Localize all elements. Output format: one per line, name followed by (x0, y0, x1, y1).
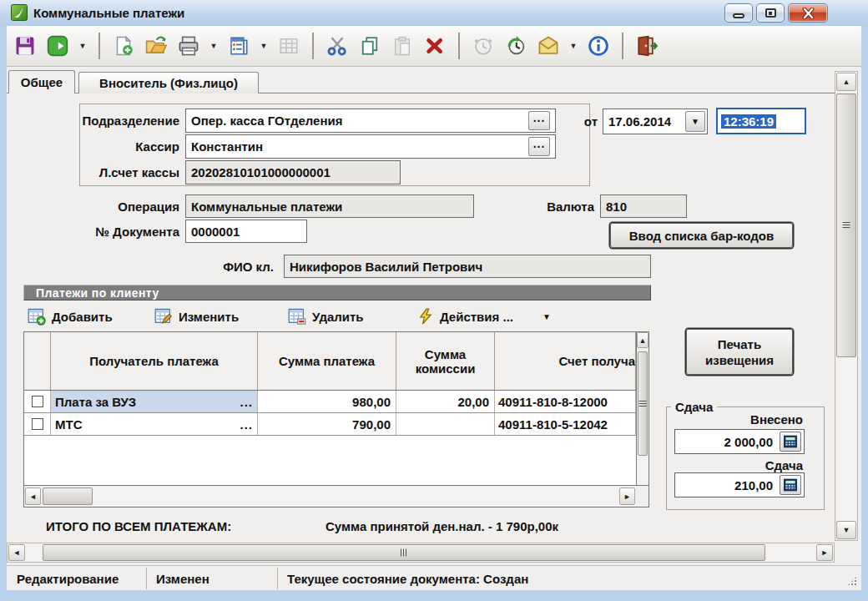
amount-cell[interactable]: 980,00 (258, 391, 396, 412)
history-button[interactable] (502, 33, 529, 59)
status-bar: Редактирование Изменен Текущее состояние… (7, 565, 861, 590)
tab-depositor[interactable]: Вноситель (Физ.лицо) (78, 72, 259, 93)
table-scroll-right-button[interactable]: ► (619, 487, 635, 505)
print-dropdown-button[interactable]: ▼ (208, 33, 220, 59)
post-dropdown-button[interactable]: ▼ (77, 33, 88, 59)
form-scroll-down-button[interactable]: ▼ (836, 521, 856, 539)
deposited-label: Внесено (701, 411, 803, 427)
table-vertical-scrollbar[interactable]: ▲ (636, 332, 648, 485)
form-dropdown-button[interactable]: ▼ (258, 33, 270, 59)
change-calculator-button[interactable] (780, 475, 801, 495)
minimize-button[interactable] (724, 3, 753, 23)
date-combo[interactable]: 17.06.2014 ▼ (603, 109, 708, 134)
department-browse-button[interactable]: ... (528, 111, 550, 130)
cut-button[interactable] (324, 33, 351, 59)
actions-dropdown-icon[interactable]: ▼ (542, 312, 551, 321)
actions-menu-button[interactable]: Действия ... ▼ (417, 304, 551, 329)
date-dropdown-button[interactable]: ▼ (685, 111, 705, 132)
exit-door-icon (636, 35, 658, 57)
copy-button[interactable] (356, 33, 383, 59)
reminder-button (470, 33, 497, 59)
delete-x-icon (425, 36, 445, 56)
actions-menu-label: Действия ... (440, 310, 513, 324)
table-scrollbar-thumb[interactable] (638, 351, 648, 456)
copy-icon (360, 36, 380, 56)
maximize-icon (765, 8, 776, 18)
delete-row-label: Удалить (312, 310, 364, 324)
barcode-list-button[interactable]: Ввод списка бар-кодов (610, 223, 793, 248)
delete-button[interactable] (421, 33, 448, 59)
department-label: Подразделение (83, 109, 179, 133)
change-value: 210,00 (678, 478, 776, 492)
row-checkbox[interactable] (32, 418, 43, 430)
row-select-cell[interactable] (24, 391, 51, 412)
form-scroll-left-button[interactable]: ◄ (8, 544, 25, 561)
department-field[interactable]: Опер. касса ГОтделения ... (185, 109, 556, 133)
print-notice-button[interactable]: Печать извещения (686, 329, 793, 375)
form-vscrollbar-thumb[interactable] (836, 93, 856, 357)
exit-button[interactable] (633, 33, 660, 59)
cash-account-value: 20202810101000000001 (191, 165, 331, 179)
resize-grip[interactable] (847, 576, 857, 586)
account-cell[interactable]: 40911-810-8-12000 (495, 391, 636, 412)
add-row-button[interactable]: Добавить (28, 304, 113, 329)
account-cell[interactable]: 40911-810-5-12042 (495, 413, 636, 435)
row-select-cell[interactable] (24, 413, 51, 435)
date-label: от (576, 109, 598, 134)
commission-cell[interactable] (396, 413, 495, 435)
maximize-button[interactable] (756, 3, 785, 23)
close-button[interactable] (788, 3, 828, 23)
recipient-cell[interactable]: Плата за ВУЗ ... (51, 391, 258, 412)
send-mail-button[interactable] (535, 33, 562, 59)
client-name-field: Никифоров Василий Петрович (284, 255, 651, 278)
form-vertical-scrollbar[interactable]: ▲ ▼ (835, 71, 858, 541)
deposited-field[interactable]: 2 000,00 (674, 429, 805, 454)
save-button[interactable] (12, 33, 38, 59)
delete-row-button[interactable]: Удалить (288, 304, 364, 329)
amount-cell[interactable]: 790,00 (258, 413, 396, 435)
change-field[interactable]: 210,00 (674, 472, 805, 497)
print-button[interactable] (175, 33, 202, 59)
post-document-button[interactable] (44, 33, 71, 59)
open-document-button[interactable] (143, 33, 169, 59)
toolbar-separator (312, 33, 314, 59)
new-document-icon (114, 36, 134, 56)
recipient-cell[interactable]: МТС ... (51, 413, 258, 435)
recipient-browse-icon[interactable]: ... (240, 417, 257, 432)
commission-cell[interactable]: 20,00 (396, 391, 495, 412)
form-list-icon (229, 36, 249, 56)
row-checkbox[interactable] (32, 396, 43, 407)
table-header-row: Получатель платежа Сумма платежа Сумма к… (24, 332, 636, 391)
new-document-button[interactable] (110, 33, 137, 59)
time-field[interactable]: 12:36:19 (716, 108, 806, 134)
operation-field: Коммунальные платежи (185, 194, 474, 218)
cashier-browse-button[interactable]: ... (528, 137, 550, 156)
table-scroll-up-button[interactable]: ▲ (637, 332, 648, 348)
table-scroll-left-button[interactable]: ◄ (25, 487, 41, 505)
document-form-button[interactable] (225, 33, 252, 59)
form-scroll-right-button[interactable]: ► (816, 544, 833, 561)
column-header-account: Счет получа (495, 332, 636, 390)
payments-section-header: Платежи по клиенту (23, 285, 651, 300)
form-scroll-up-button[interactable]: ▲ (836, 73, 856, 91)
paste-button (389, 33, 416, 59)
form-horizontal-scrollbar[interactable]: ◄ ► (7, 543, 835, 563)
recipient-browse-icon[interactable]: ... (240, 395, 257, 409)
table-hscrollbar-thumb[interactable] (43, 487, 93, 505)
mail-dropdown-button[interactable]: ▼ (568, 33, 579, 59)
form-hscrollbar-thumb[interactable] (43, 544, 765, 561)
table-view-button (275, 33, 302, 59)
table-row[interactable]: Плата за ВУЗ ... 980,00 20,00 40911-810-… (24, 391, 636, 413)
table-row[interactable]: МТС ... 790,00 40911-810-5-12042 (24, 413, 636, 436)
doc-number-field[interactable]: 0000001 (185, 220, 307, 243)
table-horizontal-scrollbar[interactable]: ◄ ► (24, 485, 636, 507)
edit-row-button[interactable]: Изменить (154, 304, 239, 329)
info-button[interactable] (585, 33, 612, 59)
toolbar-separator (622, 33, 623, 59)
cashier-field[interactable]: Константин ... (185, 134, 556, 159)
title-bar: Коммунальные платежи (0, 0, 868, 26)
client-name-value: Никифоров Василий Петрович (290, 260, 482, 274)
tab-general[interactable]: Общее (8, 70, 75, 93)
status-doc-state: Текущее состояние документа: Создан (287, 566, 528, 591)
deposited-calculator-button[interactable] (780, 432, 801, 452)
